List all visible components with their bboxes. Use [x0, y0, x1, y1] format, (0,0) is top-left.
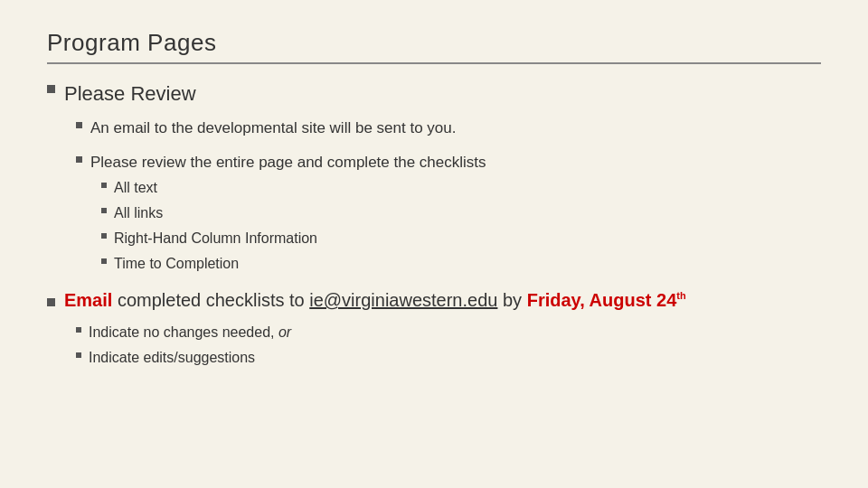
- email-middle-text: completed checklists to: [112, 290, 309, 310]
- bullet-sm-email: [76, 122, 82, 128]
- email-sent-item: An email to the developmental site will …: [76, 117, 821, 139]
- edits-text: Indicate edits/suggestions: [89, 347, 255, 369]
- time-completion-label: Time to Completion: [114, 253, 239, 275]
- no-changes-text: Indicate no changes needed, or: [89, 322, 291, 343]
- review-checklist-item: Please review the entire page and comple…: [76, 152, 821, 174]
- email-red-word: Email: [64, 290, 112, 310]
- right-hand-label: Right-Hand Column Information: [114, 228, 317, 249]
- list-item: All links: [101, 202, 821, 224]
- list-item: Right-Hand Column Information: [101, 228, 821, 249]
- title-divider: [47, 62, 821, 64]
- please-review-children: An email to the developmental site will …: [76, 117, 821, 276]
- bullet-tiny-edits: [76, 352, 81, 358]
- bullet-tiny-4: [101, 258, 107, 264]
- email-by-text: by: [497, 290, 526, 310]
- list-item: Indicate edits/suggestions: [76, 347, 821, 369]
- checklist-items: All text All links Right-Hand Column Inf…: [101, 177, 821, 275]
- list-item: All text: [101, 177, 821, 199]
- email-sub-items: Indicate no changes needed, or Indicate …: [76, 322, 821, 369]
- bullet-tiny-no-changes: [76, 327, 81, 333]
- no-changes-or: or: [278, 324, 291, 340]
- email-link[interactable]: ie@virginiawestern.edu: [309, 290, 497, 310]
- all-text-label: All text: [114, 177, 157, 199]
- list-item: Time to Completion: [101, 253, 821, 275]
- slide-title: Program Pages: [47, 29, 821, 57]
- bullet-tiny-1: [101, 183, 107, 188]
- review-checklist-text: Please review the entire page and comple…: [90, 152, 486, 174]
- title-section: Program Pages: [47, 29, 821, 64]
- content-area: Please Review An email to the developmen…: [47, 80, 821, 369]
- no-changes-label: Indicate no changes needed,: [89, 324, 278, 340]
- all-links-label: All links: [114, 202, 163, 224]
- please-review-item: Please Review: [47, 80, 821, 108]
- bullet-square-2: [47, 298, 55, 306]
- please-review-heading: Please Review: [64, 80, 196, 108]
- bullet-square-1: [47, 85, 55, 93]
- bullet-tiny-3: [101, 233, 107, 239]
- email-superscript: th: [676, 291, 685, 302]
- slide: Program Pages Please Review An email to …: [0, 0, 868, 488]
- bullet-tiny-2: [101, 208, 107, 213]
- email-checklists-item: Email completed checklists to ie@virgini…: [47, 287, 821, 313]
- bullet-sm-review: [76, 156, 82, 163]
- email-date: Friday, August 24: [527, 290, 677, 310]
- email-sent-text: An email to the developmental site will …: [90, 117, 456, 139]
- email-checklists-text: Email completed checklists to ie@virgini…: [64, 287, 686, 313]
- list-item: Indicate no changes needed, or: [76, 322, 821, 343]
